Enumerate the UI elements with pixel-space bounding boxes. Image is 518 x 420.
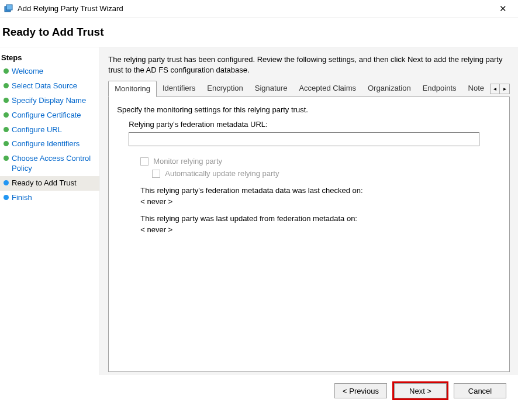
step-finish[interactable]: Finish xyxy=(0,191,99,205)
steps-heading: Steps xyxy=(0,51,99,64)
step-label: Welcome xyxy=(12,67,43,77)
step-label: Configure Identifiers xyxy=(12,139,80,149)
wizard-icon xyxy=(4,4,14,14)
step-label: Configure URL xyxy=(12,125,62,135)
titlebar: Add Relying Party Trust Wizard ✕ xyxy=(0,0,518,18)
step-label: Choose Access Control Policy xyxy=(12,154,96,174)
step-label: Finish xyxy=(12,193,32,203)
autoupdate-checkbox-row: Automatically update relying party xyxy=(152,169,501,178)
monitor-checkbox xyxy=(140,157,149,166)
step-configure-identifiers[interactable]: Configure Identifiers xyxy=(0,137,99,152)
tab-monitoring-body: Specify the monitoring settings for this… xyxy=(108,97,510,372)
autoupdate-checkbox xyxy=(152,170,160,178)
page-title: Ready to Add Trust xyxy=(0,18,518,47)
steps-sidebar: Steps WelcomeSelect Data SourceSpecify D… xyxy=(0,47,99,375)
tab-organization[interactable]: Organization xyxy=(362,81,417,97)
step-label: Ready to Add Trust xyxy=(12,178,77,188)
step-bullet-icon xyxy=(4,112,9,118)
cancel-button[interactable]: Cancel xyxy=(454,383,506,398)
main-pane: The relying party trust has been configu… xyxy=(99,47,518,375)
last-checked-label: This relying party's federation metadata… xyxy=(140,186,501,195)
step-configure-url[interactable]: Configure URL xyxy=(0,123,99,137)
previous-button[interactable]: < Previous xyxy=(334,383,387,398)
last-updated-label: This relying party was last updated from… xyxy=(140,214,501,223)
step-bullet-icon xyxy=(4,195,9,200)
tab-signature[interactable]: Signature xyxy=(249,81,293,97)
step-specify-display-name[interactable]: Specify Display Name xyxy=(0,94,99,108)
tabstrip: MonitoringIdentifiersEncryptionSignature… xyxy=(108,81,510,97)
step-welcome[interactable]: Welcome xyxy=(0,64,99,79)
tab-accepted-claims[interactable]: Accepted Claims xyxy=(293,81,362,97)
close-button[interactable]: ✕ xyxy=(491,2,514,16)
tab-identifiers[interactable]: Identifiers xyxy=(157,81,201,97)
monitor-checkbox-label: Monitor relying party xyxy=(153,157,222,166)
step-bullet-icon xyxy=(4,68,9,74)
monitoring-desc: Specify the monitoring settings for this… xyxy=(117,105,501,114)
autoupdate-checkbox-label: Automatically update relying party xyxy=(165,169,279,178)
step-label: Select Data Source xyxy=(12,81,77,91)
monitor-checkbox-row: Monitor relying party xyxy=(140,157,501,166)
tab-scroll-right[interactable]: ▸ xyxy=(500,84,510,94)
step-bullet-icon xyxy=(4,180,9,185)
step-label: Specify Display Name xyxy=(12,96,86,106)
intro-text: The relying party trust has been configu… xyxy=(108,54,510,75)
tab-monitoring[interactable]: Monitoring xyxy=(108,81,157,97)
step-bullet-icon xyxy=(4,83,9,88)
tab-note[interactable]: Note xyxy=(462,81,490,97)
window-title: Add Relying Party Trust Wizard xyxy=(18,4,491,13)
step-bullet-icon xyxy=(4,141,9,146)
last-checked-value: < never > xyxy=(140,197,501,206)
metadata-url-label: Relying party's federation metadata URL: xyxy=(129,120,501,129)
tab-endpoints[interactable]: Endpoints xyxy=(417,81,462,97)
button-row: < Previous Next > Cancel xyxy=(0,375,518,398)
metadata-url-input[interactable] xyxy=(129,132,479,146)
step-bullet-icon xyxy=(4,156,9,161)
tab-scroll: ◂ ▸ xyxy=(490,84,510,94)
svg-rect-1 xyxy=(6,5,12,10)
step-bullet-icon xyxy=(4,98,9,103)
step-label: Configure Certificate xyxy=(12,111,81,121)
next-button[interactable]: Next > xyxy=(394,383,447,398)
step-select-data-source[interactable]: Select Data Source xyxy=(0,79,99,94)
step-configure-certificate[interactable]: Configure Certificate xyxy=(0,108,99,123)
tab-scroll-left[interactable]: ◂ xyxy=(490,84,500,94)
tab-encryption[interactable]: Encryption xyxy=(201,81,248,97)
step-choose-access-control-policy[interactable]: Choose Access Control Policy xyxy=(0,152,99,176)
step-bullet-icon xyxy=(4,127,9,132)
last-updated-value: < never > xyxy=(140,225,501,234)
step-ready-to-add-trust[interactable]: Ready to Add Trust xyxy=(0,176,99,191)
